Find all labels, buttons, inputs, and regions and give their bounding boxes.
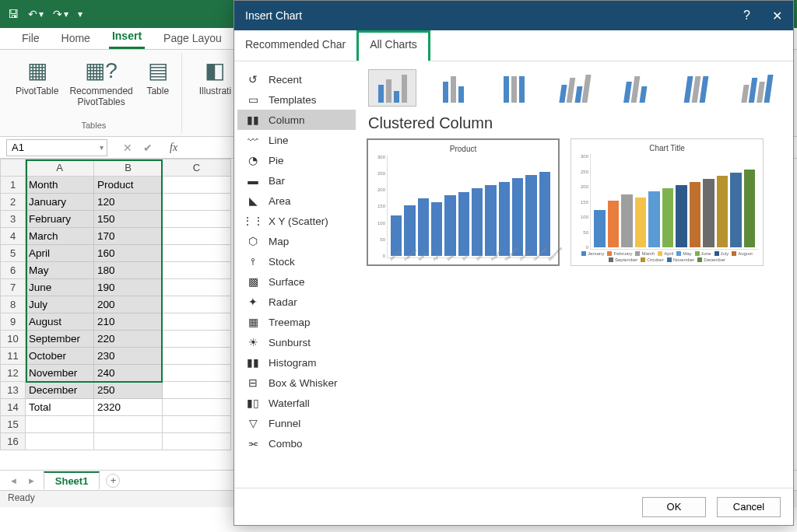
category-icon: ⫯ <box>245 255 261 268</box>
category-x-y-scatter-[interactable]: ⋮⋮X Y (Scatter) <box>237 211 356 231</box>
table-icon: ▤ <box>144 56 172 84</box>
tab-all-charts[interactable]: All Charts <box>356 30 430 61</box>
dialog-footer: OK Cancel <box>234 488 793 525</box>
category-icon: ▩ <box>245 275 261 288</box>
qat-customize-icon[interactable]: ▾ <box>78 9 83 19</box>
redo-icon[interactable]: ↷ ▾ <box>53 8 68 20</box>
category-recent[interactable]: ↺Recent <box>237 69 356 89</box>
group-tables-label: Tables <box>81 121 106 130</box>
recommended-pivottables-button[interactable]: ▦? Recommended PivotTables <box>66 54 135 109</box>
preview-2-title: Chart Title <box>576 144 758 152</box>
pivottable-label: PivotTable <box>16 86 58 96</box>
cancel-formula-icon[interactable]: ✕ <box>123 142 132 154</box>
category-bar[interactable]: ▬Bar <box>237 170 356 191</box>
insert-chart-dialog: Insert Chart ? ✕ Recommended Char All Ch… <box>233 0 794 526</box>
category-icon: ⬡ <box>245 235 261 247</box>
preview-1-chart <box>387 155 553 258</box>
category-stock[interactable]: ⫯Stock <box>237 251 356 271</box>
subtype-3d-stacked-column[interactable] <box>611 69 659 107</box>
tab-page-layout[interactable]: Page Layou <box>160 29 225 49</box>
category-icon: ▮▮ <box>245 114 261 126</box>
tab-file[interactable]: File <box>19 29 43 49</box>
illustrations-button[interactable]: ◧ Illustrati <box>196 54 234 98</box>
sheet-tab-1[interactable]: Sheet1 <box>44 471 100 489</box>
subtype-100-stacked-column[interactable] <box>490 69 538 107</box>
category-combo[interactable]: ⫘Combo <box>237 433 356 453</box>
category-icon: ⋮⋮ <box>245 215 261 227</box>
preview-1-title: Product <box>373 145 553 153</box>
enter-formula-icon[interactable]: ✔ <box>143 142 153 154</box>
tab-recommended-charts[interactable]: Recommended Char <box>234 30 356 61</box>
tab-insert[interactable]: Insert <box>109 26 145 49</box>
category-icon: ◣ <box>245 194 261 207</box>
chart-preview-1[interactable]: Product 300250200150100500 JanuaryFebrua… <box>367 138 560 266</box>
sheet-nav-prev[interactable]: ◄ <box>8 476 19 485</box>
preview-2-chart <box>590 154 758 250</box>
category-map[interactable]: ⬡Map <box>237 231 356 251</box>
category-icon: ▽ <box>245 417 261 429</box>
save-icon[interactable]: 🖫 <box>8 8 19 20</box>
category-column[interactable]: ▮▮Column <box>237 110 356 130</box>
category-area[interactable]: ◣Area <box>237 191 356 211</box>
cancel-button[interactable]: Cancel <box>717 497 781 517</box>
category-treemap[interactable]: ▦Treemap <box>237 312 356 332</box>
category-surface[interactable]: ▩Surface <box>237 271 356 292</box>
category-icon: ⊟ <box>245 376 261 389</box>
category-histogram[interactable]: ▮▮Histogram <box>237 352 356 373</box>
name-box[interactable]: A1 <box>6 139 107 156</box>
subtype-stacked-column[interactable] <box>429 69 477 107</box>
fx-icon[interactable]: fx <box>170 142 177 154</box>
category-icon: ▬ <box>245 174 261 187</box>
dialog-title: Insert Chart <box>245 9 302 22</box>
table-button[interactable]: ▤ Table <box>141 54 175 109</box>
pivottable-button[interactable]: ▦ PivotTable <box>12 54 61 109</box>
category-pie[interactable]: ◔Pie <box>237 150 356 170</box>
category-box-whisker[interactable]: ⊟Box & Whisker <box>237 373 356 393</box>
category-funnel[interactable]: ▽Funnel <box>237 413 356 433</box>
dialog-tabs: Recommended Char All Charts <box>234 30 793 61</box>
category-icon: ↺ <box>245 73 261 86</box>
subtype-clustered-column[interactable] <box>368 69 416 107</box>
chart-type-heading: Clustered Column <box>368 114 782 132</box>
category-icon: ▭ <box>245 93 261 106</box>
category-radar[interactable]: ✦Radar <box>237 292 356 312</box>
chart-subtype-row <box>367 66 782 114</box>
illustrations-label: Illustrati <box>199 86 231 96</box>
illustrations-icon: ◧ <box>201 56 229 84</box>
subtype-3d-100-stacked-column[interactable] <box>672 69 720 107</box>
chart-category-list: ↺Recent▭Templates▮▮Column〰Line◔Pie▬Bar◣A… <box>234 61 359 488</box>
category-icon: ▮▯ <box>245 397 261 409</box>
tab-home[interactable]: Home <box>58 29 93 49</box>
category-icon: ▮▮ <box>245 356 261 369</box>
dialog-titlebar[interactable]: Insert Chart ? ✕ <box>234 1 793 30</box>
category-waterfall[interactable]: ▮▯Waterfall <box>237 393 356 413</box>
chart-preview-2[interactable]: Chart Title 300250200150100500 JanuaryFe… <box>571 138 764 266</box>
category-icon: ✦ <box>245 296 261 308</box>
category-icon: ⫘ <box>245 437 261 450</box>
table-label: Table <box>146 86 169 96</box>
category-sunburst[interactable]: ☀Sunburst <box>237 332 356 352</box>
recommended-pivottables-icon: ▦? <box>87 56 115 84</box>
pivottable-icon: ▦ <box>23 56 51 84</box>
category-icon: ◔ <box>245 154 261 166</box>
undo-icon[interactable]: ↶ ▾ <box>28 8 44 20</box>
category-icon: 〰 <box>245 134 261 146</box>
new-sheet-button[interactable]: + <box>106 474 120 488</box>
category-line[interactable]: 〰Line <box>237 130 356 150</box>
recommended-pivottables-label: Recommended PivotTables <box>69 86 132 107</box>
subtype-3d-column[interactable] <box>732 69 781 107</box>
subtype-3d-clustered-column[interactable] <box>550 69 599 107</box>
category-templates[interactable]: ▭Templates <box>237 89 356 110</box>
category-icon: ▦ <box>245 316 261 328</box>
dialog-close-icon[interactable]: ✕ <box>772 9 782 23</box>
dialog-help-icon[interactable]: ? <box>743 9 750 23</box>
category-icon: ☀ <box>245 336 261 348</box>
ok-button[interactable]: OK <box>642 497 706 517</box>
sheet-nav-next[interactable]: ► <box>26 476 37 485</box>
